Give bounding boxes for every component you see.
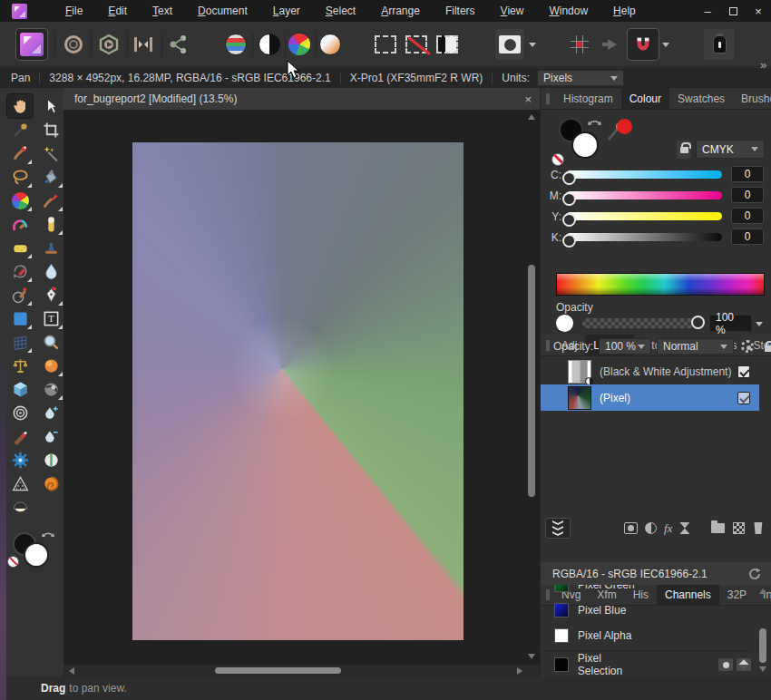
units-dropdown[interactable]: Pixels: [537, 70, 624, 86]
invert-selection-button[interactable]: [432, 29, 463, 60]
burn-tool[interactable]: [38, 377, 63, 401]
tab-colour[interactable]: Colour: [621, 88, 669, 110]
layers-opacity-dropdown[interactable]: 100 %: [599, 338, 651, 355]
gradient-tool[interactable]: [7, 189, 33, 212]
channel-row-blue[interactable]: Pixel Blue: [541, 598, 751, 623]
document-image[interactable]: [132, 142, 464, 640]
opacity-slider[interactable]: [582, 318, 702, 328]
close-button[interactable]: ×: [746, 0, 771, 22]
picked-colour-swatch[interactable]: [617, 119, 632, 134]
develop-persona-button[interactable]: [93, 29, 124, 60]
selection-brush-tool[interactable]: [7, 141, 33, 165]
colour-mode-dropdown[interactable]: CMYK: [696, 140, 765, 159]
foreground-colour-well[interactable]: [24, 542, 49, 568]
layer-thumbnail[interactable]: [568, 386, 591, 410]
tone-mapping-persona-button[interactable]: [128, 29, 159, 60]
layer-visibility-checkbox[interactable]: [737, 392, 750, 404]
horizontal-scrollbar[interactable]: [63, 665, 540, 676]
opacity-slider-knob[interactable]: [691, 316, 705, 329]
adjustment-layer-button[interactable]: [645, 522, 657, 534]
sponge-tool[interactable]: [7, 236, 33, 259]
live-filter-button[interactable]: fx: [664, 521, 672, 536]
mesh-warp-tool[interactable]: [7, 330, 33, 354]
scroll-down-arrow[interactable]: [528, 654, 535, 659]
yellow-slider[interactable]: [566, 212, 722, 220]
menu-filters[interactable]: Filters: [433, 0, 488, 22]
toolbox-colour-wells[interactable]: [9, 532, 54, 573]
magenta-slider[interactable]: [566, 191, 722, 199]
quick-mask-button[interactable]: [495, 29, 524, 60]
snapping-button[interactable]: [628, 29, 659, 60]
blemish-removal-tool[interactable]: [7, 448, 33, 472]
layer-settings-gear-icon[interactable]: [741, 340, 753, 353]
menu-file[interactable]: File: [53, 0, 95, 22]
view-tool[interactable]: [7, 94, 33, 118]
channel-row-green[interactable]: Pixel Green: [541, 585, 751, 598]
white-balance-tool[interactable]: [7, 354, 33, 377]
opacity-options-button[interactable]: [753, 316, 766, 332]
clone-stamp-tool[interactable]: [38, 236, 63, 259]
magenta-value[interactable]: 0: [731, 187, 764, 203]
scroll-left-arrow[interactable]: [69, 667, 74, 675]
minimize-button[interactable]: –: [695, 0, 720, 22]
dome-light-tool[interactable]: [7, 495, 33, 519]
menu-arrange[interactable]: Arrange: [368, 0, 433, 22]
canvas-viewport[interactable]: [63, 110, 540, 665]
mixer-brush-tool[interactable]: [7, 424, 33, 448]
black-slider[interactable]: [566, 233, 722, 241]
colour-lock-button[interactable]: [677, 141, 691, 159]
black-slider-knob[interactable]: [562, 234, 576, 248]
auto-colour-button[interactable]: [284, 29, 315, 60]
channels-scroll-thumb[interactable]: [759, 628, 766, 663]
swap-colours-icon[interactable]: [588, 115, 601, 129]
swap-colours-icon[interactable]: [42, 529, 54, 541]
no-colour-well[interactable]: [7, 556, 19, 568]
quick-mask-options-button[interactable]: [526, 36, 539, 53]
undo-brush-tool[interactable]: [7, 259, 33, 283]
delete-layer-button[interactable]: [753, 522, 763, 534]
group-layers-button[interactable]: [711, 523, 725, 533]
perspective-tool[interactable]: [7, 377, 33, 401]
menu-select[interactable]: Select: [313, 0, 368, 22]
tab-brushes[interactable]: Brushes: [733, 88, 771, 110]
yellow-slider-knob[interactable]: [562, 213, 576, 227]
liquify-persona-button[interactable]: [58, 29, 89, 60]
assistant-button[interactable]: [704, 29, 735, 60]
scroll-down-arrow[interactable]: [759, 666, 766, 672]
tab-close-button[interactable]: ×: [524, 92, 532, 106]
auto-white-balance-button[interactable]: [315, 29, 346, 60]
lasso-tool[interactable]: [7, 165, 33, 189]
channels-scrollbar[interactable]: [756, 585, 769, 676]
paint-brush-tool[interactable]: [38, 189, 63, 212]
cyan-value[interactable]: 0: [731, 166, 764, 182]
maximize-button[interactable]: [720, 0, 746, 22]
layer-stack-button[interactable]: [546, 519, 570, 538]
cyan-slider-knob[interactable]: [562, 171, 576, 185]
layer-visibility-checkbox[interactable]: [737, 365, 750, 378]
crop-tool[interactable]: [38, 118, 63, 141]
tab-histogram[interactable]: Histogram: [555, 88, 621, 110]
document-tab[interactable]: for_bugreport2 [Modified] (13.5%) ×: [63, 88, 540, 110]
auto-contrast-button[interactable]: [254, 29, 285, 60]
vertical-scrollbar[interactable]: [526, 110, 537, 665]
liquify-tool[interactable]: [7, 401, 33, 424]
show-grid-button[interactable]: [564, 29, 595, 60]
erase-brush-tool[interactable]: [38, 212, 63, 236]
menu-document[interactable]: Document: [185, 0, 260, 22]
colour-picker-tool[interactable]: [7, 118, 33, 141]
select-all-button[interactable]: [370, 29, 401, 60]
flood-select-tool[interactable]: [38, 141, 63, 165]
menu-window[interactable]: Window: [536, 0, 600, 22]
pen-tool[interactable]: [38, 283, 63, 306]
new-pixel-layer-button[interactable]: [733, 522, 745, 534]
selection-invert-button[interactable]: [737, 658, 751, 671]
yellow-value[interactable]: 0: [731, 208, 764, 224]
tab-swatches[interactable]: Swatches: [669, 88, 733, 110]
menu-edit[interactable]: Edit: [95, 0, 140, 22]
channel-row-selection[interactable]: Pixel Selection: [541, 652, 751, 676]
panel-grip[interactable]: [546, 93, 550, 104]
snapping-options-button[interactable]: [659, 36, 672, 53]
magenta-slider-knob[interactable]: [562, 192, 576, 206]
blend-mode-dropdown[interactable]: Normal: [657, 338, 734, 355]
move-by-whole-pixels-button[interactable]: [597, 29, 628, 60]
